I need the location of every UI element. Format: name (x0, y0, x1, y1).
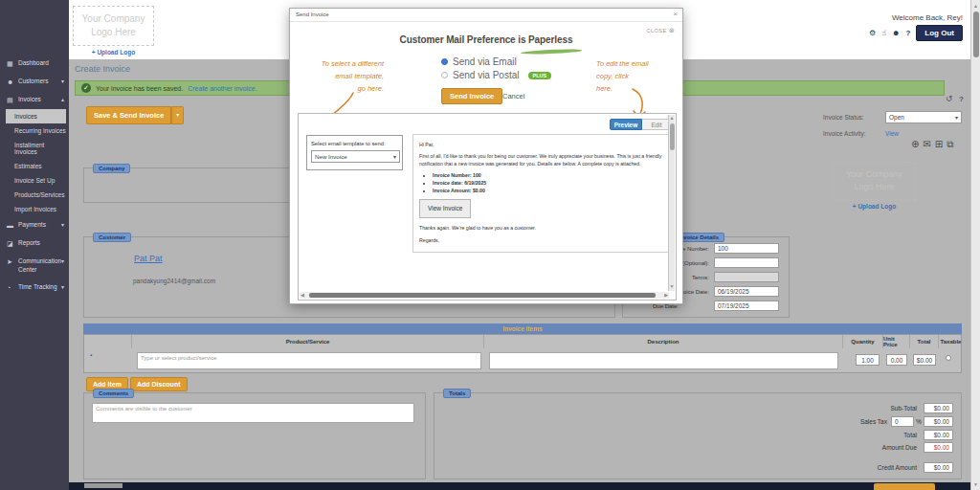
total-value: $0.00 (924, 430, 953, 440)
thumbs-up-icon[interactable]: ☝ (881, 29, 886, 37)
logout-button[interactable]: Log Out (916, 25, 963, 41)
cancel-link[interactable]: Cancel (502, 92, 524, 100)
help-icon[interactable]: ? (905, 29, 910, 37)
scroll-down-arrow[interactable]: ▼ (669, 283, 675, 290)
success-message: Your invoice has been saved. (96, 85, 183, 92)
terms-field[interactable] (714, 272, 779, 282)
invoice-status-select[interactable]: Open ▾ (885, 111, 962, 123)
sidebar-item-invoices[interactable]: ▤ Invoices ▴ (0, 91, 69, 109)
sidebar-item-communication-center[interactable]: ➤ Communication Center ▾ (0, 253, 69, 278)
invoice-upload-logo-link[interactable]: + Upload Logo (833, 203, 916, 210)
save-send-dropdown-caret[interactable]: ▾ (171, 106, 184, 124)
quantity-input[interactable]: 1.00 (856, 354, 880, 366)
scroll-down-arrow[interactable]: ▼ (971, 480, 980, 488)
history-icon[interactable]: ↺ (946, 94, 953, 103)
communication-center-icon: ➤ (7, 257, 14, 266)
comments-input[interactable] (92, 403, 414, 423)
send-via-email-option[interactable]: Send via Email (441, 56, 517, 67)
sidebar-subitem-products-services[interactable]: Products/Services (0, 188, 69, 202)
template-select[interactable]: New Invoice ▾ (311, 150, 400, 163)
annotation-line: To select a different (307, 57, 384, 70)
sidebar-subitem-recurring-invoices[interactable]: Recurring Invoices (0, 123, 69, 138)
email-closing: Thanks again. We're glad to have you as … (419, 224, 663, 232)
devices-icon[interactable]: ⧉ (947, 139, 953, 150)
total-value: $0.00 (913, 354, 936, 366)
page-scrollbar[interactable]: ▲ ▼ (970, 0, 980, 490)
sidebar-subitem-installment-invoices[interactable]: Installment Invoices (0, 138, 69, 159)
send-via-email-label: Send via Email (453, 56, 517, 67)
sidebar-item-customers[interactable]: ☻ Customers ▾ (0, 73, 69, 91)
sidebar-subitem-estimates[interactable]: Estimates (0, 159, 69, 173)
sidebar-item-payments[interactable]: ▬ Payments ▾ (0, 216, 69, 234)
bottom-bar (69, 482, 980, 490)
send-invoice-button[interactable]: Send Invoice (441, 88, 502, 104)
view-invoice-button[interactable]: View Invoice (419, 199, 471, 218)
sidebar-item-label: Invoices (18, 96, 41, 103)
radio-unselected-icon[interactable] (441, 72, 448, 78)
chevron-down-icon: ▾ (61, 78, 64, 86)
radio-selected-icon[interactable] (441, 58, 448, 65)
sidebar-item-label: Dashboard (18, 59, 49, 67)
due-date-field[interactable]: 07/19/2025 (714, 301, 779, 311)
invoice-items-header: Invoice Items (83, 323, 962, 334)
panel-scrollbar-vertical[interactable]: ▲ ▼ (668, 115, 675, 291)
panel-scrollbar-horizontal[interactable]: ◀ ▶ (300, 292, 669, 299)
email-preview: Hi Pat, First of all, I'd like to thank … (412, 134, 670, 253)
check-icon: ✓ (81, 83, 91, 93)
save-send-invoice-button[interactable]: Save & Send Invoice (86, 106, 171, 124)
sidebar-item-dashboard[interactable]: ▦ Dashboard (0, 55, 69, 73)
sidebar-item-label: Communication Center (18, 257, 55, 274)
sidebar-subitem-invoice-set-up[interactable]: Invoice Set Up (0, 173, 69, 188)
panel-hscrollbar-thumb[interactable] (309, 293, 656, 298)
modal-close-button[interactable]: CLOSE ⊗ (646, 27, 675, 34)
customer-section-badge: Customer (93, 233, 131, 242)
page-scrollbar-thumb[interactable] (973, 11, 979, 57)
send-invoice-modal: Send Invoice × CLOSE ⊗ Customer Mail Pre… (289, 8, 683, 304)
scroll-right-arrow[interactable]: ▶ (664, 293, 668, 298)
welcome-text: Welcome Back, Rey! (892, 13, 963, 22)
logo-text-line2: Logo Here (74, 26, 153, 39)
sidebar-item-time-tracking[interactable]: ◔ Time Tracking ▾ (0, 278, 69, 297)
taxable-column-header: Taxable (939, 335, 963, 348)
email-bullet: Invoice Number: 100 (433, 171, 663, 179)
printer-icon[interactable]: ⊞ (935, 139, 943, 150)
taxable-checkbox[interactable] (946, 355, 951, 361)
invoice-activity-view-link[interactable]: View (885, 130, 899, 137)
page-help-icon[interactable]: ? (959, 95, 964, 103)
customer-name-link[interactable]: Pat Pat (134, 254, 163, 263)
scroll-up-arrow[interactable]: ▲ (971, 2, 980, 10)
user-icon[interactable]: ☻ (892, 29, 900, 37)
sidebar-subitem-invoices[interactable]: Invoices (6, 109, 66, 123)
preview-tab-button[interactable]: Preview (610, 119, 642, 130)
product-service-input[interactable] (137, 352, 481, 369)
invoice-date-field[interactable]: 06/19/2025 (714, 286, 779, 297)
add-discount-button[interactable]: Add Discount (130, 377, 188, 391)
email-body: First of all, I'd like to thank you for … (419, 152, 663, 167)
upload-logo-link[interactable]: + Upload Logo (73, 49, 154, 56)
invoice-activity-label: Invoice Activity: (823, 130, 865, 137)
scroll-left-arrow[interactable]: ◀ (301, 293, 304, 298)
comments-section: Comments (83, 392, 426, 479)
send-via-postal-option[interactable]: Send via Postal PLUS (441, 70, 551, 80)
globe-icon[interactable]: ⊕ (911, 139, 919, 150)
modal-close-x-icon[interactable]: × (673, 10, 678, 18)
email-bullet: Invoice date: 6/19/2025 (433, 179, 663, 187)
po-number-field[interactable] (714, 257, 779, 268)
invoice-number-field[interactable]: 100 (714, 243, 779, 254)
sidebar-item-reports[interactable]: ◪ Reports (0, 234, 69, 253)
row-handle-icon[interactable]: ▪ (90, 352, 92, 358)
create-another-invoice-link[interactable]: Create another invoice. (188, 85, 256, 92)
sidebar-subitem-import-invoices[interactable]: Import Invoices (0, 202, 69, 216)
bottom-bar-button-fragment (84, 483, 122, 488)
scroll-up-arrow[interactable]: ▲ (669, 115, 675, 122)
description-input[interactable] (489, 352, 838, 369)
envelope-icon[interactable]: ✉ (923, 139, 930, 150)
invoice-logo-placeholder: Your Company Logo Here (833, 162, 916, 200)
invoices-icon: ▤ (7, 96, 14, 104)
sales-tax-rate-input[interactable]: 0 (891, 416, 914, 427)
unit-price-input[interactable]: 0.00 (886, 354, 907, 366)
annotation-line: copy, click (596, 70, 665, 82)
panel-scrollbar-thumb[interactable] (670, 123, 675, 150)
close-label: CLOSE (646, 28, 666, 33)
gear-icon[interactable]: ⚙ (869, 29, 876, 37)
